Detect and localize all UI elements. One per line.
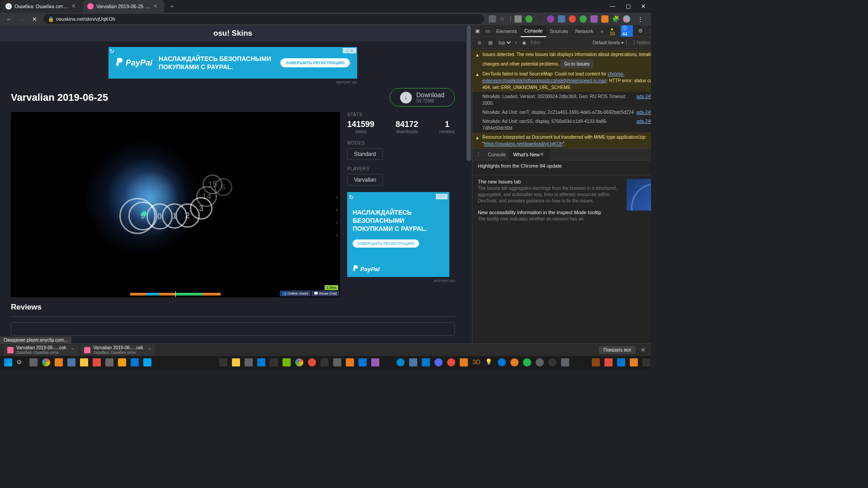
device-icon[interactable]: ▭ — [482, 28, 492, 34]
close-button[interactable]: ✕ — [636, 0, 651, 13]
start-button[interactable] — [2, 357, 14, 368]
tray-app[interactable] — [331, 357, 343, 368]
tray-app[interactable] — [217, 357, 229, 368]
report-ad-link[interactable]: REPORT AD — [347, 279, 455, 283]
console-message[interactable]: ads-249.js:1 NitroAds: Loaded. Version: … — [472, 92, 651, 108]
banner-ad[interactable]: ↻ ⓘ ✕ PayPal НАСЛАЖДАЙТЕСЬ БЕЗОПАСНЫМИ П… — [108, 47, 357, 79]
tray-app[interactable] — [641, 357, 651, 368]
refresh-icon[interactable]: ↻ — [109, 48, 117, 55]
tab-console[interactable]: Console — [521, 25, 546, 37]
whatsnew-item-title[interactable]: The new Issues tab — [478, 179, 621, 184]
ext-icon[interactable] — [547, 15, 554, 23]
refresh-icon[interactable]: ↻ — [349, 194, 355, 200]
sidebar-icon[interactable]: ▤ — [486, 40, 494, 45]
page-scrollbar[interactable] — [466, 25, 472, 343]
tray-app[interactable] — [293, 357, 305, 368]
tray-app[interactable] — [458, 357, 470, 368]
download-item[interactable]: Varvalian 2019-06-....osk Ошибка: Ошибка… — [80, 345, 155, 356]
tray-app[interactable] — [628, 357, 640, 368]
chevron-up-icon[interactable]: ⌃ — [71, 347, 74, 352]
tray-app[interactable] — [268, 357, 280, 368]
tray-app[interactable] — [407, 357, 419, 368]
progress-bar[interactable] — [130, 293, 221, 296]
menu-icon[interactable]: ⋮ — [472, 151, 484, 157]
tray-app[interactable] — [534, 357, 546, 368]
tray-app[interactable] — [521, 357, 533, 368]
tray-app[interactable] — [509, 357, 520, 368]
ext-icon[interactable] — [536, 15, 543, 23]
tray-app[interactable] — [547, 357, 558, 368]
tray-app[interactable]: 💡 — [483, 357, 495, 368]
browser-tab-0[interactable]: G Ошибка: Ошибка сети - Google ✕ — [1, 0, 82, 13]
tray-app[interactable] — [615, 357, 627, 368]
forward-button[interactable]: → — [16, 14, 27, 24]
whatsnew-item-title[interactable]: New accessibility information in the Ins… — [478, 210, 621, 215]
filter-input[interactable] — [531, 40, 558, 45]
online-users-button[interactable]: 👥 Online Users — [280, 291, 311, 296]
tray-app[interactable] — [344, 357, 356, 368]
translate-icon[interactable] — [489, 15, 496, 23]
sidebar-ad[interactable]: ↻ ⓘ ✕ НАСЛАЖДАЙТЕСЬ БЕЗОПАСНЫМИ ПОКУПКАМ… — [347, 192, 449, 277]
ext-icon[interactable] — [558, 15, 565, 23]
taskbar-app[interactable] — [142, 357, 153, 368]
new-tab-button[interactable]: ＋ — [166, 1, 177, 12]
tray-app[interactable] — [319, 357, 330, 368]
taskbar-app[interactable] — [66, 357, 77, 368]
back-button[interactable]: ← — [4, 14, 14, 24]
taskbar-app[interactable] — [53, 357, 65, 368]
menu-button[interactable]: ⋮ — [635, 14, 646, 24]
close-icon[interactable]: ✕ — [540, 151, 546, 157]
stop-button[interactable]: ✕ — [29, 14, 40, 24]
goto-issues-button[interactable]: Go to Issues — [561, 60, 593, 68]
download-button[interactable]: ↓ Download 59.72MB — [390, 88, 455, 107]
tab-network[interactable]: Network — [571, 25, 597, 37]
tray-app[interactable] — [382, 357, 394, 368]
taskbar-app[interactable] — [91, 357, 103, 368]
maximize-button[interactable]: ▢ — [620, 0, 636, 13]
player-pill[interactable]: Varvalian — [347, 174, 383, 186]
eye-icon[interactable]: ◉ — [520, 40, 528, 45]
drawer-tab-whatsnew[interactable]: What's New ✕ — [509, 149, 549, 160]
taskbar-app[interactable] — [40, 357, 52, 368]
tray-app[interactable] — [255, 357, 267, 368]
mode-pill[interactable]: Standard — [347, 148, 383, 160]
gear-icon[interactable]: ⚙ — [636, 28, 645, 34]
menu-icon[interactable]: ⋮ — [645, 28, 651, 34]
taskbar-app[interactable] — [78, 357, 90, 368]
extensions-icon[interactable]: 🧩 — [612, 15, 619, 23]
download-item[interactable]: Varvalian 2019-06-....osk Ошибка: Ошибка… — [4, 345, 78, 356]
console-output[interactable]: ▲ Issues detected. The new Issues tab di… — [472, 49, 651, 148]
profile-icon[interactable] — [623, 15, 630, 23]
search-button[interactable]: ⊙ — [15, 357, 27, 368]
close-icon[interactable]: ✕ — [153, 3, 160, 9]
tray-app[interactable] — [603, 357, 614, 368]
tray-app[interactable] — [369, 357, 381, 368]
ext-icon[interactable] — [590, 15, 598, 23]
tray-app[interactable] — [281, 357, 292, 368]
inspect-icon[interactable]: ▣ — [472, 28, 482, 34]
ext-icon[interactable] — [601, 15, 609, 23]
tray-app[interactable]: 3D — [471, 357, 482, 368]
clear-console-icon[interactable]: ⊘ — [475, 40, 483, 45]
ext-icon[interactable] — [569, 15, 576, 23]
tray-app[interactable] — [230, 357, 242, 368]
close-icon[interactable]: ✕ — [71, 3, 78, 9]
tray-app[interactable] — [590, 357, 602, 368]
tray-app[interactable] — [357, 357, 368, 368]
tray-app[interactable] — [559, 357, 571, 368]
tray-app[interactable] — [395, 357, 406, 368]
ad-info-close[interactable]: ⓘ ✕ — [343, 48, 356, 53]
star-icon[interactable]: ☆ — [500, 15, 507, 23]
browser-tab-1[interactable]: Varvalian 2019-06-25 - osu! Skin ✕ — [83, 0, 164, 13]
tray-app[interactable] — [306, 357, 318, 368]
ext-icon[interactable] — [580, 15, 587, 23]
minimize-button[interactable]: — — [605, 0, 620, 13]
tab-sources[interactable]: Sources — [546, 25, 571, 37]
side-ad-cta[interactable]: ЗАВЕРШИТЬ РЕГИСТРАЦИЮ — [353, 239, 419, 248]
console-message[interactable]: ▲ Resource interpreted as Document but t… — [472, 132, 651, 148]
ext-icon[interactable] — [514, 15, 522, 23]
ext-icon[interactable] — [525, 15, 533, 23]
console-message[interactable]: ads-249.js:1 NitroAds: Ad Unit: osnT, di… — [472, 108, 651, 117]
close-icon[interactable]: ✕ — [638, 347, 647, 353]
ad-info-close[interactable]: ⓘ ✕ — [436, 194, 448, 199]
